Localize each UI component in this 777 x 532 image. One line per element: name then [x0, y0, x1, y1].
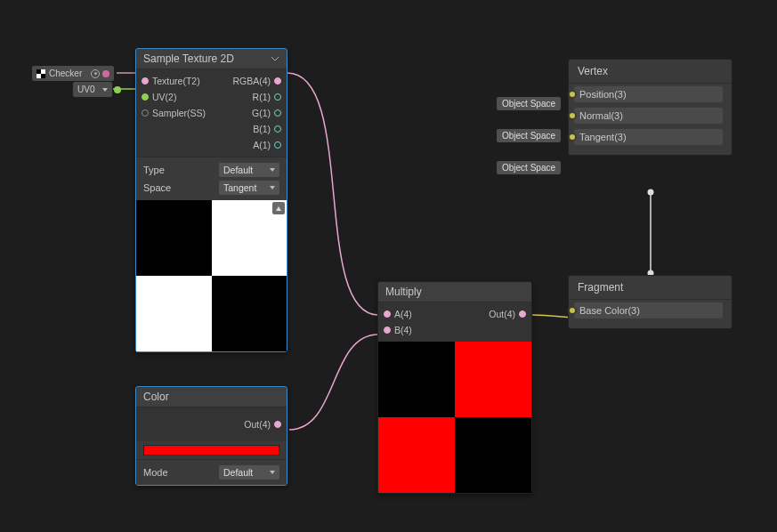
- chevron-down-icon[interactable]: [271, 54, 279, 63]
- normal-slot[interactable]: Normal(3): [574, 108, 723, 124]
- tangent-slot[interactable]: Tangent(3): [574, 129, 723, 145]
- color-out-port[interactable]: [274, 421, 281, 428]
- base-color-slot[interactable]: Base Color(3): [574, 302, 723, 318]
- node-title-bar[interactable]: Color: [136, 387, 287, 407]
- object-space-tag: Object Space: [497, 161, 561, 174]
- base-color-in-port[interactable]: [568, 306, 577, 315]
- b-out-label: B(1): [253, 124, 271, 134]
- vertex-title: Vertex: [569, 60, 732, 84]
- svg-point-0: [648, 189, 654, 196]
- multiply-a-port[interactable]: [384, 310, 391, 318]
- checker-label: Checker: [49, 69, 82, 78]
- uv0-input-chip[interactable]: UV0: [73, 82, 112, 97]
- uv0-label: UV0: [77, 85, 94, 94]
- chevron-down-icon: [270, 186, 275, 189]
- g-out-port[interactable]: [274, 109, 281, 117]
- collapse-preview-button[interactable]: [272, 202, 285, 214]
- multiply-out-port[interactable]: [519, 310, 526, 318]
- multiply-node[interactable]: Multiply A(4) B(4) Out(4): [377, 281, 532, 494]
- sample-texture-preview: [136, 200, 287, 351]
- object-space-tag: Object Space: [497, 129, 561, 142]
- sample-texture-2d-node[interactable]: Sample Texture 2D Texture(T2) UV(2) Samp…: [135, 48, 287, 352]
- object-space-tag: Object Space: [497, 97, 561, 110]
- normal-in-port[interactable]: [568, 111, 577, 120]
- multiply-preview: [378, 342, 531, 493]
- type-dropdown[interactable]: Default: [219, 163, 279, 177]
- color-node[interactable]: Color Out(4) Mode Default: [135, 386, 287, 486]
- sampler-in-port[interactable]: [142, 109, 149, 117]
- checker-out-port[interactable]: [102, 70, 109, 77]
- uv0-out-port[interactable]: [114, 86, 121, 93]
- tangent-in-port[interactable]: [568, 133, 577, 141]
- checker-icon: [36, 69, 45, 78]
- multiply-out-label: Out(4): [489, 309, 515, 319]
- node-title: Color: [143, 391, 169, 403]
- uv-in-port[interactable]: [142, 93, 149, 101]
- multiply-b-port[interactable]: [384, 326, 391, 334]
- node-title: Sample Texture 2D: [143, 52, 234, 65]
- rgba-out-port[interactable]: [274, 77, 281, 85]
- mode-dropdown[interactable]: Default: [219, 465, 279, 480]
- node-title-bar[interactable]: Multiply: [378, 282, 531, 302]
- vertex-master[interactable]: Vertex Position(3) Normal(3) Tangent(3): [568, 59, 732, 156]
- uv-in-label: UV(2): [152, 92, 176, 102]
- a-out-port[interactable]: [274, 141, 281, 149]
- rgba-out-label: RGBA(4): [232, 76, 271, 86]
- chevron-down-icon: [270, 471, 275, 474]
- space-dropdown[interactable]: Tangent: [219, 181, 279, 195]
- chevron-down-icon: [270, 168, 275, 172]
- node-title: Multiply: [385, 286, 422, 298]
- color-out-label: Out(4): [244, 419, 271, 430]
- position-slot[interactable]: Position(3): [574, 86, 723, 102]
- r-out-port[interactable]: [274, 93, 281, 101]
- eye-icon[interactable]: [91, 69, 100, 78]
- space-label: Space: [143, 182, 171, 193]
- g-out-label: G(1): [252, 108, 271, 118]
- mode-label: Mode: [143, 467, 168, 478]
- chevron-down-icon: [102, 88, 108, 92]
- node-title-bar[interactable]: Sample Texture 2D: [136, 49, 287, 69]
- color-swatch[interactable]: [143, 445, 279, 455]
- checker-input-chip[interactable]: Checker: [32, 66, 114, 81]
- sampler-in-label: Sampler(SS): [152, 108, 206, 118]
- a-out-label: A(1): [253, 140, 271, 150]
- fragment-title: Fragment: [569, 276, 732, 300]
- multiply-a-label: A(4): [394, 309, 412, 319]
- multiply-b-label: B(4): [394, 325, 412, 335]
- texture-in-port[interactable]: [142, 77, 149, 85]
- b-out-port[interactable]: [274, 125, 281, 133]
- r-out-label: R(1): [253, 92, 271, 102]
- type-label: Type: [143, 165, 165, 175]
- texture-in-label: Texture(T2): [152, 76, 200, 86]
- fragment-master[interactable]: Fragment Base Color(3): [568, 275, 732, 329]
- position-in-port[interactable]: [568, 90, 577, 99]
